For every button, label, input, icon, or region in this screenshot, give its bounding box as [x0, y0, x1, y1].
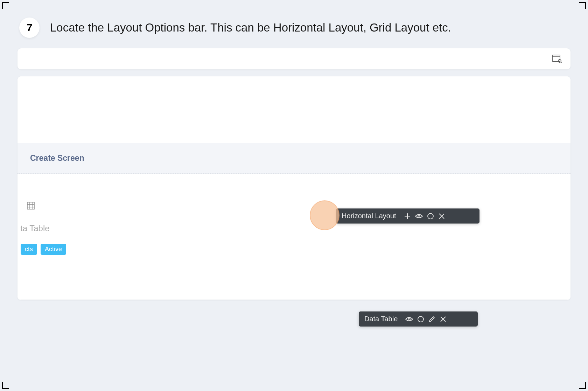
main-panel: Create Screen ta Table cts Active	[18, 76, 570, 300]
canvas-area[interactable]: ta Table cts Active	[18, 174, 570, 300]
content-area: Create Screen ta Table cts Active	[0, 48, 588, 300]
svg-point-16	[418, 316, 424, 322]
svg-point-15	[408, 318, 410, 320]
svg-point-2	[558, 60, 561, 62]
component-label-partial: ta Table	[20, 224, 560, 233]
circle-icon[interactable]	[427, 213, 434, 220]
svg-rect-4	[27, 202, 34, 209]
crop-corner-tr	[579, 2, 586, 9]
close-icon[interactable]	[440, 316, 447, 323]
step-instruction-text: Locate the Layout Options bar. This can …	[50, 21, 451, 34]
layout-options-bar[interactable]: Horizontal Layout	[336, 208, 479, 224]
step-header: 7 Locate the Layout Options bar. This ca…	[0, 0, 588, 48]
click-highlight-indicator	[310, 200, 340, 230]
tag-active[interactable]: Active	[41, 244, 66, 255]
step-number: 7	[27, 22, 33, 34]
crop-corner-bl	[2, 382, 9, 389]
datatable-bar-label: Data Table	[364, 315, 398, 323]
crop-corner-br	[579, 382, 586, 389]
svg-line-3	[561, 62, 562, 63]
crop-corner-tl	[2, 2, 9, 9]
tag-cts[interactable]: cts	[21, 244, 37, 255]
svg-point-12	[428, 213, 433, 219]
layout-bar-label: Horizontal Layout	[342, 212, 396, 220]
step-number-badge: 7	[19, 18, 40, 38]
section-header: Create Screen	[18, 143, 570, 174]
tag-row: cts Active	[21, 244, 560, 255]
close-icon[interactable]	[438, 213, 445, 220]
svg-point-11	[418, 215, 420, 217]
section-title: Create Screen	[30, 153, 558, 163]
svg-rect-0	[552, 55, 560, 61]
panel-search-icon[interactable]	[552, 55, 562, 63]
table-icon	[27, 202, 35, 210]
eye-icon[interactable]	[405, 316, 413, 322]
top-toolbar	[18, 48, 570, 69]
add-icon[interactable]	[404, 213, 411, 220]
panel-empty-header	[18, 76, 570, 143]
data-table-bar[interactable]: Data Table	[359, 311, 478, 327]
edit-icon[interactable]	[428, 316, 435, 323]
eye-icon[interactable]	[415, 213, 423, 219]
circle-icon[interactable]	[417, 316, 424, 323]
